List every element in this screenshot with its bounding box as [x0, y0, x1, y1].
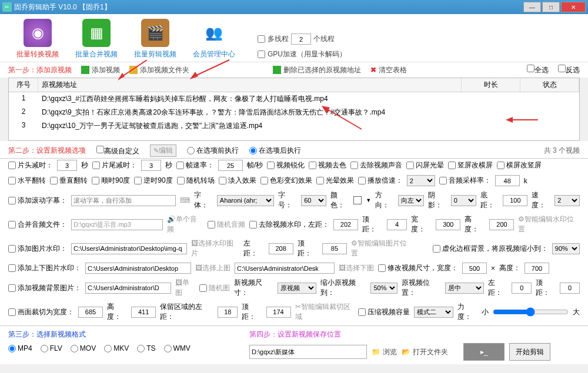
subtitle-input[interactable]	[71, 195, 176, 206]
tb-top-path-input[interactable]	[85, 263, 191, 274]
flash-option[interactable]: 闪屏光晕	[406, 160, 444, 170]
head-trim-input[interactable]	[57, 160, 77, 171]
single-img-button[interactable]: 🖼单图	[175, 278, 195, 298]
browse-button[interactable]: 📁浏览	[372, 347, 397, 357]
advanced-custom-option[interactable]: 高级自定义	[96, 146, 139, 156]
multithread-option[interactable]: 多线程个线程	[258, 33, 346, 45]
resize-h-input[interactable]	[524, 263, 549, 274]
compress-slider[interactable]	[493, 307, 569, 317]
smart-crop-link[interactable]: ✂智能编辑裁切区域	[295, 302, 355, 322]
crop-w-input[interactable]	[78, 307, 103, 318]
format-mp4[interactable]: MP4	[8, 344, 32, 352]
head-trim-option[interactable]: 片头减时：	[8, 160, 53, 170]
vflip-option[interactable]: 垂直翻转	[50, 176, 88, 186]
exec-after-radio[interactable]: 在选项后执行	[249, 146, 301, 156]
table-row[interactable]: 1D:\gqxz\3_#江西萌娃坐摇摇车睡着妈妈关掉车后秒醒，网友：像极了老人打…	[9, 92, 579, 106]
fps-input[interactable]	[218, 160, 243, 171]
invert-select-option[interactable]: 反选	[558, 65, 580, 75]
colorshift-option[interactable]: 色彩变幻效果	[260, 176, 312, 186]
bg-image-option[interactable]: 添加视频背景图片：	[8, 283, 81, 293]
format-ts[interactable]: TS	[137, 344, 155, 352]
h2v-option[interactable]: 竖屏改横屏	[448, 160, 493, 170]
random-audio-option[interactable]: 随机音频	[208, 220, 245, 230]
speed-option[interactable]: 播放倍速：	[358, 176, 403, 186]
merge-audio-option[interactable]: 合并音频文件：	[8, 220, 67, 230]
tb-watermark-option[interactable]: 添加上下图片水印：	[8, 263, 81, 273]
select-bot-img-button[interactable]: 🖼选择下图	[339, 263, 374, 273]
shadow-select[interactable]: 0	[451, 195, 476, 206]
img-wm-path-input[interactable]	[71, 243, 187, 254]
wm-left-input[interactable]	[333, 219, 358, 230]
bg-path-input[interactable]	[85, 283, 171, 294]
cw90-option[interactable]: 顺时90度	[92, 176, 130, 186]
format-mkv[interactable]: MKV	[104, 344, 129, 352]
shrink-select[interactable]: 50%	[370, 283, 397, 294]
desaturate-option[interactable]: 视频去色	[309, 160, 346, 170]
font-select[interactable]: Aharoni (ahr;	[217, 195, 275, 206]
wm-top-input[interactable]	[387, 219, 407, 230]
random-img-option[interactable]: 随机图	[199, 283, 230, 293]
select-all-option[interactable]: 全选	[527, 65, 549, 75]
threads-input[interactable]	[291, 33, 311, 45]
select-wm-img-button[interactable]: 🖼选择水印图片	[191, 238, 240, 258]
v2h-option[interactable]: 横屏改竖屏	[497, 160, 542, 170]
hflip-option[interactable]: 水平翻转	[8, 176, 46, 186]
batch-edit-button[interactable]: 🎬 批量剪辑视频	[134, 19, 176, 59]
blur-border-option[interactable]: 虚化边框背景，将原视频缩小到：	[433, 244, 548, 254]
subspeed-select[interactable]: 2	[554, 195, 580, 206]
close-button[interactable]: ✕	[561, 2, 586, 12]
smart-wm-link[interactable]: ⚙智能编辑水印位置	[518, 214, 580, 234]
bg-left-input[interactable]	[512, 283, 532, 294]
select-top-img-button[interactable]: 🖼选择上图	[195, 263, 230, 273]
speaker-icon[interactable]: 🔊单个音频	[167, 214, 203, 234]
direction-select[interactable]: 向左	[398, 195, 424, 206]
resize-w-input[interactable]	[462, 263, 487, 274]
audiorate-input[interactable]	[495, 175, 520, 186]
batch-merge-button[interactable]: ▦ 批量合并视频	[75, 19, 118, 59]
wm-w-input[interactable]	[436, 219, 460, 230]
gpu-option[interactable]: GPU加速（用显卡解码）	[258, 49, 346, 59]
tb-bot-path-input[interactable]	[235, 263, 335, 274]
keep-top-input[interactable]	[266, 307, 291, 318]
transition-option[interactable]: 随机转场	[177, 176, 215, 186]
minimize-button[interactable]: —	[523, 2, 541, 12]
open-folder-button[interactable]: 📂打开文件夹	[402, 347, 448, 357]
save-path-input[interactable]	[249, 345, 367, 359]
crop-h-input[interactable]	[131, 307, 156, 318]
subtitle-option[interactable]: 添加滚动字幕：	[8, 196, 67, 206]
edit-button[interactable]: ✎编辑	[150, 145, 176, 157]
remove-watermark-option[interactable]: 去除视频水印，左距：	[249, 220, 329, 230]
add-folder-button[interactable]: 添加视频文件夹	[129, 65, 189, 75]
pos-select[interactable]: 居中	[445, 283, 484, 294]
add-video-button[interactable]: 添加视频	[81, 65, 120, 75]
audio-path-input[interactable]	[71, 219, 163, 230]
compress-mode-select[interactable]: 模式二	[414, 307, 453, 318]
member-center-button[interactable]: 👥 会员管理中心	[193, 19, 235, 59]
tail-trim-option[interactable]: 片尾减时：	[92, 160, 137, 170]
table-row[interactable]: 3D:\gqxz\10_万宁一男子无证驾驶被查后逃跑，交警"上演"急速追逐.mp…	[9, 119, 579, 133]
img-watermark-option[interactable]: 添加图片水印：	[8, 244, 67, 254]
format-flv[interactable]: FLV	[41, 344, 62, 352]
exec-before-radio[interactable]: 在选项前执行	[187, 146, 239, 156]
delete-selected-button[interactable]: 删除已选择的原视频地址	[273, 65, 361, 75]
batch-convert-button[interactable]: ◉ 批量转换视频	[16, 19, 59, 59]
maximize-button[interactable]: □	[542, 2, 560, 12]
bg-top-input[interactable]	[560, 283, 580, 294]
speed-select[interactable]: 2	[407, 175, 435, 186]
table-row[interactable]: 2D:\gqxz\9_实拍！石家庄京港奥高速20余车连环事故，？警方：降雪后路面…	[9, 106, 579, 119]
glow-option[interactable]: 光晕效果	[316, 176, 354, 186]
blur-border-select[interactable]: 90%	[552, 243, 580, 254]
fadein-option[interactable]: 淡入效果	[219, 176, 256, 186]
fontsize-select[interactable]: 60	[301, 195, 326, 206]
resize-option[interactable]: 修改视频尺寸，宽度：	[378, 263, 458, 273]
img-top-input[interactable]	[322, 243, 347, 254]
ccw90-option[interactable]: 逆时90度	[134, 176, 172, 186]
mute-option[interactable]: 去除视频声音	[350, 160, 402, 170]
terminal-button[interactable]: ▸_	[463, 343, 505, 361]
keep-left-input[interactable]	[218, 307, 238, 318]
start-edit-button[interactable]: 开始剪辑	[509, 343, 550, 361]
format-mov[interactable]: MOV	[71, 344, 96, 352]
bottom-input[interactable]	[503, 195, 527, 206]
sharpen-option[interactable]: 视频锐化	[267, 160, 305, 170]
compress-option[interactable]: 压缩视频容量	[358, 307, 410, 317]
